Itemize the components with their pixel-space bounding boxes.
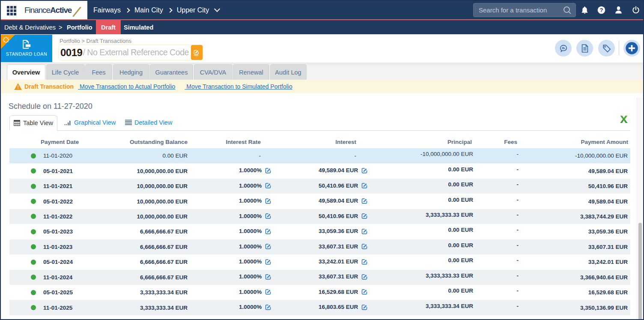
svg-text:?: ?	[599, 7, 603, 13]
